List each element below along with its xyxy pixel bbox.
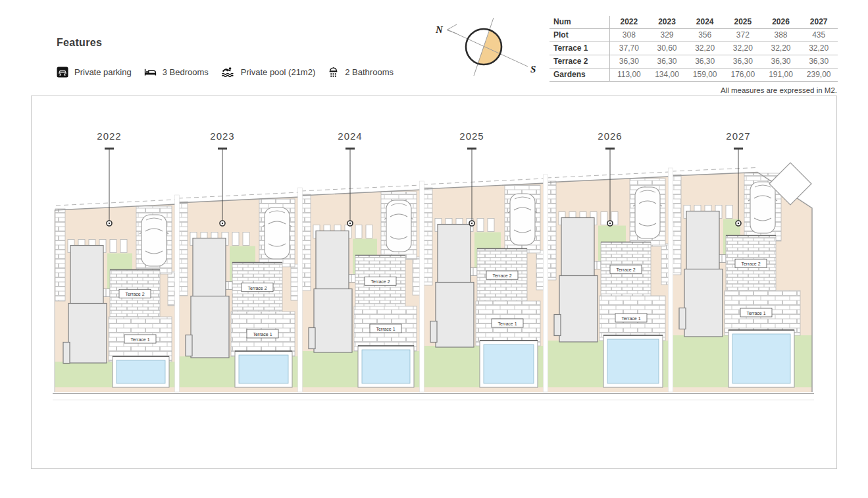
table-cell: 36,30 bbox=[800, 55, 838, 69]
year-label: 2025 bbox=[459, 130, 484, 142]
table-cell: 239,00 bbox=[800, 69, 838, 82]
site-plan: Terrace 2Terrace 1 Terrace 2Terrace 1 Te… bbox=[31, 96, 837, 469]
north-arrow-icon bbox=[447, 24, 457, 34]
table-cell: 388 bbox=[762, 29, 800, 42]
features-list: Private parking 3 Bedrooms Private pool … bbox=[57, 67, 394, 78]
svg-text:Terrace 2: Terrace 2 bbox=[616, 267, 635, 272]
table-cell: 329 bbox=[648, 29, 686, 42]
pool bbox=[480, 341, 538, 387]
feature-label: Private pool (21m2) bbox=[241, 67, 315, 77]
year-label: 2024 bbox=[338, 130, 362, 142]
svg-text:Terrace 2: Terrace 2 bbox=[125, 292, 144, 296]
table-header-cell: 2023 bbox=[648, 16, 686, 29]
svg-text:Terrace 1: Terrace 1 bbox=[130, 337, 149, 342]
plot-2025: Terrace 2Terrace 1 bbox=[422, 179, 546, 392]
terrace-label: Terrace 2 bbox=[365, 277, 396, 285]
plot-2024: Terrace 2Terrace 1 bbox=[300, 185, 422, 392]
table-row: Plot308329356372388435 bbox=[549, 29, 838, 42]
table-header-cell: 2025 bbox=[724, 16, 762, 29]
year-label: 2026 bbox=[598, 130, 622, 142]
terrace-label: Terrace 1 bbox=[740, 308, 772, 317]
table-cell: 32,20 bbox=[800, 42, 838, 55]
terrace-label: Terrace 1 bbox=[124, 335, 156, 343]
features-title: Features bbox=[57, 37, 394, 49]
feature-label: 2 Bathrooms bbox=[345, 67, 394, 77]
terrace-label: Terrace 2 bbox=[119, 289, 151, 298]
table-cell: 176,00 bbox=[724, 69, 762, 82]
feature-label: Private parking bbox=[74, 67, 132, 77]
year-label: 2027 bbox=[726, 130, 750, 142]
table-cell: 36,30 bbox=[610, 55, 648, 69]
pool bbox=[113, 356, 169, 387]
page: Features Private parking 3 Bedrooms Priv… bbox=[0, 0, 868, 498]
table-row: Terrace 236,3036,3036,3036,3036,3036,30 bbox=[549, 55, 838, 69]
car-icon bbox=[384, 200, 413, 252]
terrace-label: Terrace 2 bbox=[242, 283, 273, 292]
compass-rose: N S bbox=[421, 4, 543, 84]
table-header-cell: 2022 bbox=[610, 16, 648, 29]
terrace-label: Terrace 1 bbox=[492, 319, 523, 327]
plot-2023: Terrace 2Terrace 1 bbox=[177, 192, 300, 392]
table-cell: 32,20 bbox=[724, 42, 762, 55]
table-row: Gardens113,00134,00159,00176,00191,00239… bbox=[549, 69, 838, 82]
pool bbox=[358, 346, 414, 387]
table-cell: 159,00 bbox=[686, 69, 724, 82]
svg-text:Terrace 2: Terrace 2 bbox=[370, 279, 390, 284]
measurements-note: All measures are expressed in M2. bbox=[721, 86, 837, 94]
table-cell: 134,00 bbox=[648, 69, 686, 82]
table-row-label: Plot bbox=[549, 29, 610, 42]
feature-pool: Private pool (21m2) bbox=[221, 67, 315, 78]
table-row-label: Terrace 1 bbox=[549, 42, 610, 55]
year-label: 2022 bbox=[97, 130, 121, 142]
car-icon bbox=[140, 215, 168, 266]
table-row-label: Terrace 2 bbox=[549, 55, 610, 69]
table-header-cell: 2026 bbox=[762, 16, 800, 29]
car-icon bbox=[633, 187, 662, 238]
svg-text:Terrace 1: Terrace 1 bbox=[253, 332, 272, 337]
svg-text:Terrace 1: Terrace 1 bbox=[498, 321, 517, 326]
table-row-label: Gardens bbox=[549, 69, 610, 82]
compass-south-label: S bbox=[530, 64, 536, 74]
table-cell: 435 bbox=[800, 29, 838, 42]
svg-text:Terrace 2: Terrace 2 bbox=[492, 273, 511, 278]
year-label: 2023 bbox=[210, 130, 234, 142]
feature-bedrooms: 3 Bedrooms bbox=[144, 67, 209, 78]
table-header-cell: 2027 bbox=[800, 16, 838, 29]
table-cell: 372 bbox=[724, 29, 762, 42]
svg-text:Terrace 2: Terrace 2 bbox=[247, 286, 267, 290]
svg-text:Terrace 1: Terrace 1 bbox=[621, 316, 640, 321]
table-header-cell: 2024 bbox=[686, 16, 724, 29]
pool-icon bbox=[221, 67, 235, 78]
measurements-table: Num202220232024202520262027Plot308329356… bbox=[549, 16, 838, 82]
feature-private-parking: Private parking bbox=[57, 67, 132, 78]
svg-text:Terrace 2: Terrace 2 bbox=[741, 262, 760, 266]
table-header-cell: Num bbox=[549, 16, 610, 29]
car-icon bbox=[508, 194, 537, 245]
terrace-label: Terrace 2 bbox=[610, 265, 642, 273]
svg-text:Terrace 1: Terrace 1 bbox=[746, 311, 765, 316]
table-cell: 356 bbox=[686, 29, 724, 42]
svg-text:Terrace 1: Terrace 1 bbox=[376, 327, 395, 331]
table-row: Terrace 137,7030,6032,2032,2032,2032,20 bbox=[549, 42, 838, 55]
feature-bathrooms: 2 Bathrooms bbox=[328, 67, 394, 78]
bed-icon bbox=[144, 67, 157, 78]
table-cell: 37,70 bbox=[610, 42, 648, 55]
car-icon bbox=[748, 182, 777, 233]
plot-2026: Terrace 2Terrace 1 bbox=[546, 172, 671, 392]
terrace-label: Terrace 1 bbox=[247, 329, 278, 338]
terrace-label: Terrace 2 bbox=[486, 271, 518, 279]
car-icon bbox=[263, 208, 292, 259]
table-cell: 36,30 bbox=[724, 55, 762, 69]
features-section: Features Private parking 3 Bedrooms Priv… bbox=[57, 37, 394, 78]
pool bbox=[603, 335, 663, 387]
table-cell: 32,20 bbox=[686, 42, 724, 55]
table-cell: 113,00 bbox=[610, 69, 648, 82]
shower-icon bbox=[328, 67, 339, 78]
table-cell: 32,20 bbox=[762, 42, 800, 55]
pool bbox=[235, 351, 292, 387]
plot-2022: Terrace 2Terrace 1 bbox=[55, 200, 177, 392]
terrace-label: Terrace 1 bbox=[615, 314, 647, 322]
table-cell: 30,60 bbox=[648, 42, 686, 55]
table-cell: 36,30 bbox=[762, 55, 800, 69]
plot-2027: Terrace 2Terrace 1 bbox=[671, 163, 812, 392]
